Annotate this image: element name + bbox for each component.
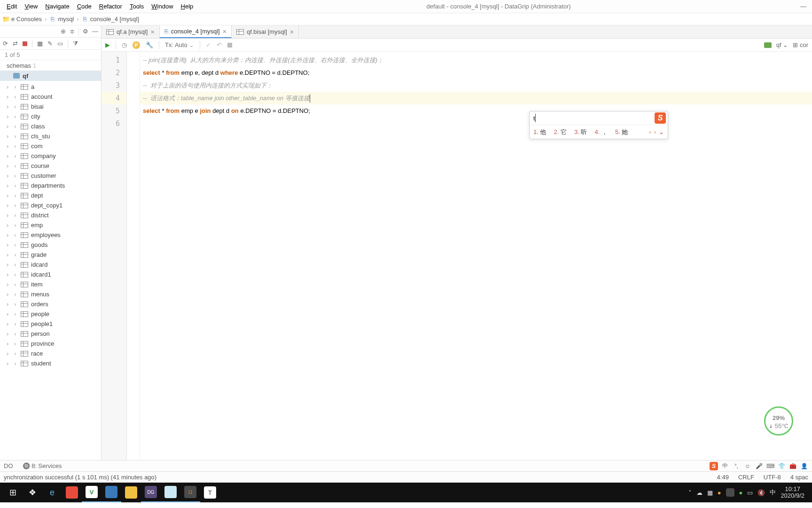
tray-icon[interactable]: ▦ (707, 489, 713, 496)
todo-tool-button[interactable]: DO (4, 462, 13, 469)
taskbar-clock[interactable]: 10:17 2020/9/2 (781, 486, 804, 499)
table-node[interactable]: ››district (0, 210, 101, 220)
history-icon[interactable]: ◷ (122, 41, 127, 48)
close-icon[interactable]: × (150, 28, 154, 36)
tray-chevron-up-icon[interactable]: ˄ (688, 489, 692, 496)
taskbar-intellij-icon[interactable]: IJ (180, 483, 200, 502)
sync-icon[interactable]: ⇄ (13, 40, 18, 47)
table-node[interactable]: ››idcard (0, 260, 101, 270)
close-icon[interactable]: × (290, 28, 294, 36)
tab-qf-bisai[interactable]: qf.bisai [mysql] × (232, 25, 299, 38)
ime-prev-icon[interactable]: ‹ (649, 128, 651, 135)
target-icon[interactable]: ⊕ (61, 28, 66, 35)
commit-icon[interactable]: ✓ (206, 41, 211, 48)
code-area[interactable]: -- join(连接查询) 从大的方向来分类：内连接、外连接(左外连接、右外连接… (140, 52, 812, 460)
gear-icon[interactable]: ⚙ (83, 28, 88, 35)
table-node[interactable]: ››com (0, 141, 101, 151)
table-node[interactable]: ››province (0, 339, 101, 349)
table-node[interactable]: ››person (0, 329, 101, 339)
sogou-icon[interactable]: S (710, 462, 718, 470)
breadcrumb-consoles[interactable]: e Consoles (11, 16, 42, 23)
stop-icon[interactable] (23, 41, 27, 46)
ime-candidate-2[interactable]: 2. 它 (554, 128, 566, 136)
status-indent[interactable]: 4 spac (790, 474, 808, 481)
table-node[interactable]: ››cls_stu (0, 131, 101, 141)
menu-window[interactable]: Window (148, 1, 177, 12)
taskbar-app-icon[interactable] (62, 483, 82, 502)
ime-emoji-icon[interactable]: ☺ (743, 462, 752, 470)
table-node[interactable]: ››departments (0, 181, 101, 190)
wrench-icon[interactable]: 🔧 (146, 41, 153, 48)
table-node[interactable]: ››people1 (0, 319, 101, 329)
table-node[interactable]: ››menus (0, 289, 101, 299)
tray-lang-icon[interactable]: 中 (770, 488, 776, 497)
ime-toolbox-icon[interactable]: 🧰 (789, 462, 797, 470)
tab-console-4[interactable]: ⎘ console_4 [mysql] × (160, 25, 232, 38)
datasource-qf[interactable]: qf ⌄ (776, 41, 788, 48)
menu-view[interactable]: View (21, 1, 41, 12)
taskbar-app-icon[interactable]: ❖ (23, 483, 42, 502)
menu-refactor[interactable]: Refactor (95, 1, 126, 12)
taskbar-ie-icon[interactable]: e (42, 483, 62, 502)
minimize-button[interactable]: — (800, 3, 806, 10)
status-caret-position[interactable]: 4:49 (717, 474, 729, 481)
ime-punct-icon[interactable]: °, (732, 462, 741, 470)
table-node[interactable]: ››student (0, 358, 101, 368)
status-line-separator[interactable]: CRLF (738, 474, 754, 481)
ime-skin-icon[interactable]: 👕 (777, 462, 786, 470)
database-node-qf[interactable]: qf (0, 71, 101, 81)
menu-navigate[interactable]: Navigate (41, 1, 73, 12)
datasource-cor[interactable]: ⊞ cor (793, 41, 808, 48)
status-encoding[interactable]: UTF-8 (764, 474, 781, 481)
tray-volume-icon[interactable]: 🔇 (757, 489, 765, 496)
editor[interactable]: 1 2 3 4 5 6 -- join(连接查询) 从大的方向来分类：内连接、外… (102, 52, 812, 460)
services-tool-button[interactable]: 🔘 8: Services (23, 462, 62, 469)
table-node[interactable]: ››city (0, 111, 101, 121)
table-node[interactable]: ››dept (0, 190, 101, 200)
ime-candidate-1[interactable]: 1. 他 (533, 128, 546, 136)
taskbar-start-button[interactable]: ⊞ (3, 483, 23, 502)
breadcrumb-current[interactable]: console_4 [mysql] (90, 16, 139, 23)
taskbar-text-icon[interactable]: T (200, 483, 220, 502)
table-node[interactable]: ››race (0, 349, 101, 358)
edit-icon[interactable]: ✎ (47, 40, 53, 47)
taskbar-folder-icon[interactable] (121, 483, 141, 502)
schemas-row[interactable]: schemas 1 (0, 60, 101, 71)
ime-keyboard-icon[interactable]: ⌨ (766, 462, 774, 470)
table-node[interactable]: ››a (0, 82, 101, 92)
table-node[interactable]: ››company (0, 151, 101, 161)
table-node[interactable]: ››course (0, 161, 101, 171)
ime-next-icon[interactable]: › (654, 128, 656, 135)
run-icon[interactable]: ▶ (105, 41, 110, 48)
performance-widget[interactable]: 29% 🌡 55°C (764, 406, 793, 436)
ime-lang-icon[interactable]: 中 (721, 462, 729, 470)
table-node[interactable]: ››emp (0, 220, 101, 230)
ime-user-icon[interactable]: 👤 (800, 462, 808, 470)
taskbar-notepad-icon[interactable] (161, 483, 180, 502)
refresh-icon[interactable]: ⟳ (3, 40, 8, 47)
ddl-icon[interactable]: ▭ (57, 40, 63, 47)
table-node[interactable]: ››account (0, 92, 101, 102)
table-node[interactable]: ››class (0, 121, 101, 131)
tray-cloud-icon[interactable]: ☁ (696, 489, 703, 496)
collapse-icon[interactable]: ≑ (70, 28, 75, 35)
menu-tools[interactable]: Tools (126, 1, 148, 12)
rollback-icon[interactable]: ↶ (217, 41, 222, 48)
table-node[interactable]: ››people (0, 309, 101, 319)
table-node[interactable]: ››orders (0, 299, 101, 309)
table-node[interactable]: ››employees (0, 230, 101, 240)
table-view-icon[interactable]: ▦ (37, 40, 43, 47)
table-node[interactable]: ››item (0, 279, 101, 289)
stop-icon[interactable] (227, 43, 232, 48)
tx-mode-dropdown[interactable]: Tx: Auto ⌄ (165, 41, 194, 48)
tab-qf-a[interactable]: qf.a [mysql] × (102, 25, 160, 38)
breadcrumb-mysql[interactable]: mysql (58, 16, 74, 23)
menu-code[interactable]: Code (73, 1, 95, 12)
table-node[interactable]: ››grade (0, 250, 101, 260)
menu-edit[interactable]: Edit (3, 1, 21, 12)
taskbar-app-icon[interactable] (102, 483, 121, 502)
ime-mic-icon[interactable]: 🎤 (755, 462, 763, 470)
taskbar-datagrip-icon[interactable]: DG (141, 483, 161, 502)
ime-candidate-3[interactable]: 3. 听 (574, 128, 587, 136)
menu-help[interactable]: Help (177, 1, 197, 12)
